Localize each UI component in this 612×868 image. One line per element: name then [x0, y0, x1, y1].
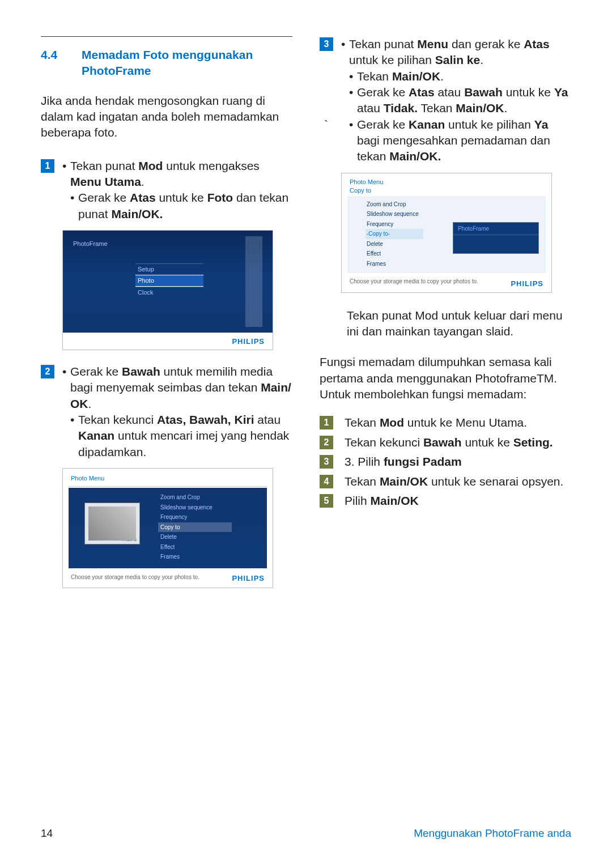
- t: untuk ke: [156, 191, 207, 204]
- t: Main/OK.: [111, 207, 163, 220]
- t: atau: [254, 413, 280, 426]
- step-badge-2: 2: [41, 365, 54, 378]
- mock-item: Zoom and Crop: [158, 492, 232, 503]
- mock-thumbnail: PHILIPS: [84, 503, 140, 544]
- philips-logo: PHILIPS: [232, 337, 265, 347]
- enable-step-1: 1 Tekan Mod untuk ke Menu Utama.: [320, 415, 571, 431]
- step-badge-3: 3: [320, 37, 333, 51]
- page-footer: 14 Menggunakan PhotoFrame anda: [41, 826, 571, 841]
- t: Foto: [207, 191, 233, 204]
- section-heading: 4.4 Memadam Foto menggunakan PhotoFrame: [41, 47, 292, 79]
- t: Seting.: [513, 436, 553, 449]
- step-badge: 1: [320, 416, 333, 429]
- mock-menu: Zoom and Crop Slideshow sequence Frequen…: [367, 199, 423, 269]
- enable-intro: Fungsi memadam dilumpuhkan semasa kali p…: [320, 354, 571, 402]
- mock-item: Frames: [367, 259, 423, 269]
- t: Mod: [380, 416, 404, 429]
- intro-text: Jika anda hendak mengosongkan ruang di d…: [41, 93, 292, 141]
- t: untuk ke pilihan: [349, 53, 435, 66]
- mock-subtitle: Copy to: [342, 186, 551, 197]
- page-number: 14: [41, 826, 53, 841]
- step-badge: 5: [320, 494, 333, 508]
- t: Tekan kekunci: [78, 413, 157, 426]
- t: untuk ke senarai opsyen.: [428, 475, 563, 488]
- mock-item: Effect: [158, 542, 232, 552]
- t: Ya: [554, 86, 568, 99]
- t: untuk ke Menu Utama.: [404, 416, 527, 429]
- t: Tidak.: [384, 101, 418, 114]
- screenshot-main-menu: PhotoFrame Setup Photo Clock PHILIPS: [62, 230, 273, 350]
- t: Main/OK: [456, 101, 504, 114]
- mock-item-selected: Photo: [135, 275, 203, 287]
- mock-hint: Choose your storage media to copy your p…: [350, 278, 478, 286]
- t: Gerak ke: [357, 86, 409, 99]
- screenshot-photo-menu: Photo Menu PHILIPS Zoom and Crop Slidesh…: [62, 468, 273, 588]
- step-badge: 4: [320, 475, 333, 488]
- mock-item-selected: -Copy to-: [366, 229, 423, 239]
- mock-item-selected: Copy to: [158, 522, 232, 533]
- mock-item: Delete: [367, 239, 423, 249]
- t: Mod: [138, 159, 163, 172]
- t: untuk ke: [503, 86, 554, 99]
- t: Main/OK: [380, 475, 428, 488]
- mock-menu: Setup Photo Clock: [135, 263, 203, 298]
- mock-preview: [245, 236, 262, 327]
- mock-menu: Zoom and Crop Slideshow sequence Frequen…: [158, 492, 232, 562]
- section-rule: [41, 36, 292, 37]
- t: Tekan: [345, 475, 380, 488]
- t: fungsi Padam: [384, 455, 462, 468]
- t: Atas: [524, 37, 550, 50]
- t: 3. Pilih: [345, 455, 384, 468]
- t: untuk mengakses: [163, 159, 259, 172]
- philips-logo: PHILIPS: [511, 279, 543, 289]
- t: Gerak ke: [357, 118, 409, 131]
- philips-logo: PHILIPS: [232, 573, 265, 584]
- mock-item: Delete: [158, 532, 232, 542]
- t: .: [88, 397, 92, 410]
- t: Main/OK: [371, 494, 419, 507]
- mock-title: Photo Menu: [342, 173, 551, 186]
- t: Bawah: [464, 86, 503, 99]
- t: atau: [357, 101, 384, 114]
- t: .: [440, 70, 444, 83]
- t: Gerak ke: [70, 365, 122, 378]
- t: .: [504, 101, 508, 114]
- mock-item: Setup: [135, 263, 203, 275]
- enable-step-2: 2 Tekan kekunci Bawah untuk ke Seting.: [320, 435, 571, 450]
- t: Pilih: [345, 494, 371, 507]
- section-title: Memadam Foto menggunakan PhotoFrame: [82, 47, 292, 79]
- t: .: [141, 175, 144, 188]
- mock-item: Frequency: [158, 512, 232, 522]
- t: Tekan kekunci: [345, 436, 423, 449]
- mock-item: Zoom and Crop: [367, 199, 423, 210]
- enable-step-4: 4 Tekan Main/OK untuk ke senarai opsyen.: [320, 474, 571, 490]
- step-1: 1 • Tekan punat Mod untuk mengakses Menu…: [41, 158, 292, 222]
- mock-item: Frequency: [367, 219, 423, 229]
- t: Kanan: [78, 429, 114, 442]
- mock-item: Effect: [367, 249, 423, 259]
- step-badge: 3: [320, 455, 333, 469]
- t: bagi mengesahkan pemadaman dan tekan: [357, 134, 550, 163]
- footer-section: Menggunakan PhotoFrame anda: [414, 826, 571, 841]
- t: Tekan: [357, 70, 392, 83]
- mock-item: Slideshow sequence: [367, 209, 423, 219]
- screenshot-copy-to: Photo Menu Copy to Zoom and Crop Slidesh…: [341, 173, 552, 293]
- t: untuk ke pilihan: [445, 118, 534, 131]
- t: Bawah: [122, 365, 160, 378]
- mock-popup-item: PhotoFrame: [453, 223, 538, 236]
- t: Tekan punat: [70, 159, 138, 172]
- mock-hint: Choose your storage media to copy your p…: [71, 573, 199, 581]
- t: Menu: [417, 37, 448, 50]
- t: Bawah: [423, 436, 462, 449]
- step-2: 2 • Gerak ke Bawah untuk memilih media b…: [41, 364, 292, 460]
- mock-popup: PhotoFrame: [453, 222, 539, 254]
- exit-note: Tekan punat Mod untuk keluar dari menu i…: [347, 308, 571, 340]
- enable-step-3: 3 3. Pilih fungsi Padam: [320, 454, 571, 470]
- t: Atas, Bawah, Kiri: [157, 413, 254, 426]
- mock-item: Frames: [158, 552, 232, 562]
- step-badge: 2: [320, 436, 333, 449]
- t: Tekan: [418, 101, 456, 114]
- t: Atas: [409, 86, 435, 99]
- mock-title: Photo Menu: [63, 469, 273, 486]
- t: Main/OK.: [389, 150, 441, 163]
